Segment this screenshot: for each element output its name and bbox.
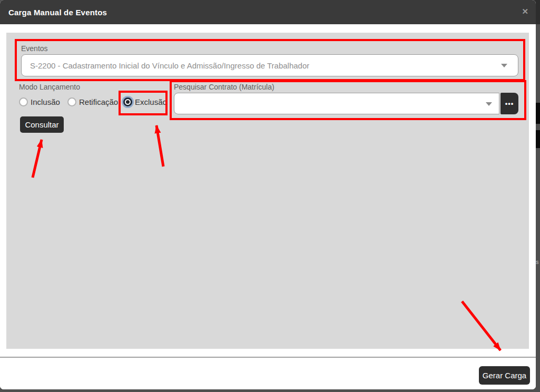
more-options-button[interactable]: ••• [500,93,518,114]
modo-lancamento-label: Modo Lançamento [19,83,80,91]
radio-circle-icon [67,97,76,106]
pesquisar-contrato-combobox [174,93,499,114]
close-icon[interactable]: ✕ [522,7,528,15]
backdrop-partial-text: s [536,259,539,265]
eventos-label: Eventos [21,44,48,53]
chevron-down-icon [486,102,492,106]
screen: s Carga Manual de Eventos ✕ Eventos S-22… [0,0,540,392]
radio-label: Inclusão [28,97,60,106]
radio-label: Retificação [76,97,118,106]
radio-retificacao[interactable]: Retificação [67,97,118,106]
form-panel [6,33,529,349]
modal-header: Carga Manual de Eventos ✕ [0,0,536,24]
pesquisar-contrato-label: Pesquisar Contrato (Matrícula) [174,83,274,91]
pesquisar-contrato-input[interactable] [174,93,499,114]
radio-label: Exclusão [132,97,167,106]
consultar-button[interactable]: Consultar [20,116,64,133]
radio-exclusao[interactable]: Exclusão [123,97,167,106]
modal-title: Carga Manual de Eventos [0,8,107,17]
eventos-selected-value: S-2200 - Cadastramento Inicial do Víncul… [22,61,309,70]
chevron-down-icon [501,64,507,67]
modal-footer: Gerar Carga [0,357,536,389]
gerar-carga-button[interactable]: Gerar Carga [479,366,530,385]
eventos-select[interactable]: S-2200 - Cadastramento Inicial do Víncul… [21,54,518,76]
radio-circle-icon [123,97,132,106]
backdrop-content-block [536,130,540,148]
radio-circle-icon [19,97,28,106]
carga-manual-modal: Carga Manual de Eventos ✕ Eventos S-2200… [0,0,536,389]
radio-inclusao[interactable]: Inclusão [19,97,60,106]
backdrop-content-block [536,103,540,124]
